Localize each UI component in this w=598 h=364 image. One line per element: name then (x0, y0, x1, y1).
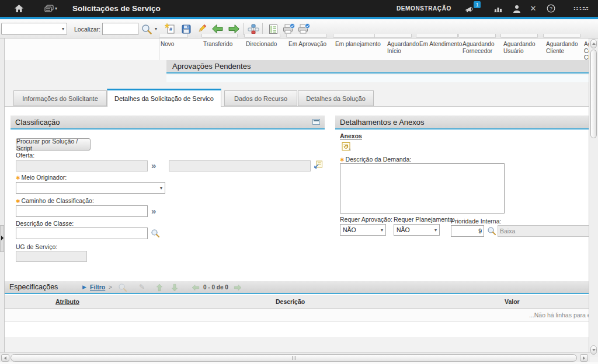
home-icon[interactable] (12, 0, 26, 17)
scrollbar-grip (292, 356, 293, 360)
attachments-icon[interactable] (341, 141, 352, 154)
oferta-description-field (169, 160, 311, 172)
next-page-icon (234, 284, 242, 293)
tab-dados-recurso[interactable]: Dados do Recurso (224, 90, 297, 106)
requer-aprovacao-label-text: Requer Aprovação: (340, 216, 392, 223)
meio-originador-label: ✱Meio Originador: (16, 174, 67, 181)
vertical-scrollbar[interactable] (589, 38, 598, 357)
status-chevron-stub (333, 34, 377, 38)
descricao-classe-label-text: Descrição de Classe: (16, 220, 74, 227)
requer-planejamento-select[interactable]: NÃO ▾ (394, 224, 440, 236)
expand-panel-icon[interactable] (1, 236, 4, 240)
prioridade-descricao-field: Baixa (498, 225, 589, 237)
close-icon[interactable]: ✕ (527, 0, 539, 17)
scroll-up-button[interactable] (590, 39, 597, 48)
detail-menu-chevron-icon[interactable]: » (151, 207, 156, 215)
scroll-down-button[interactable] (590, 345, 597, 355)
chevron-right-icon: > (109, 284, 112, 290)
caminho-label-text: Caminho de Classificação: (22, 197, 94, 204)
scroll-left-button[interactable] (1, 354, 9, 362)
close-glyph: ✕ (530, 4, 537, 13)
descricao-demanda-label-text: Descrição da Demanda: (346, 156, 412, 163)
especificacoes-table-header: Atributo Descrição Valor (5, 295, 589, 309)
descricao-classe-field[interactable] (16, 228, 148, 239)
tab-detalhes-solucao[interactable]: Detalhes da Solução (298, 90, 374, 106)
column-header-atributo[interactable]: Atributo (55, 298, 79, 305)
previous-page-icon (192, 284, 200, 293)
detalhamentos-section-header: Detalhamentos e Anexos (335, 116, 589, 130)
prioridade-interna-label-text: Prioridade Interna: (451, 218, 501, 225)
tab-label: Detalhes da Solicitação de Servico (114, 95, 214, 102)
announcements-icon[interactable]: 1 (463, 0, 476, 17)
chevron-down-icon: ▾ (381, 228, 383, 233)
prioridade-search-icon[interactable] (487, 226, 496, 238)
record-select[interactable]: ▾ (1, 23, 67, 35)
localizar-label: Localizar: (74, 26, 100, 33)
long-description-search-icon[interactable] (151, 229, 160, 240)
pending-approvals-title: Aprovações Pendentes (172, 62, 251, 71)
filter-expander-icon[interactable]: ▶ (82, 284, 86, 290)
status-label: Aguardando Usuário (503, 41, 541, 54)
go-to-applications-icon[interactable]: ▾ (42, 0, 60, 17)
tab-label: Detalhes da Solução (306, 95, 366, 102)
meio-originador-select[interactable]: ▾ (16, 182, 165, 194)
chevron-down-icon: ▾ (160, 186, 162, 191)
status-label: Novo (161, 41, 191, 48)
classificacao-title: Classificação (15, 118, 60, 127)
ug-servico-label: UG de Serviço: (16, 243, 57, 250)
vertical-scrollbar-thumb[interactable] (590, 50, 597, 138)
triangle-left-icon (4, 356, 6, 360)
scroll-right-button[interactable] (580, 354, 588, 362)
descricao-demanda-textarea[interactable] (340, 163, 505, 214)
pagination-label: 0 - 0 de 0 (203, 284, 228, 290)
main-content: Novo Transferido Direcionado Em Aprovaçã… (5, 38, 589, 352)
classificacao-section-header: Classificação (11, 116, 325, 130)
status-chevron-stub (500, 34, 538, 38)
status-chevron-stub (458, 34, 496, 38)
status-chevron-stub (374, 34, 412, 38)
procurar-solucao-button[interactable]: Procurar por Solução / Script (16, 138, 91, 150)
caminho-classificacao-field[interactable] (16, 205, 148, 217)
minimize-section-icon[interactable] (312, 119, 320, 125)
status-label: Em planejamento (335, 41, 385, 48)
tab-detalhes-solicitacao[interactable]: Detalhes da Solicitação de Servico (107, 89, 221, 107)
required-marker: ✱ (16, 175, 20, 181)
detalhamentos-title: Detalhamentos e Anexos (340, 118, 425, 127)
anexos-link[interactable]: Anexos (340, 132, 362, 139)
ug-servico-label-text: UG de Serviço: (16, 243, 57, 250)
procurar-solucao-label: Procurar por Solução / Script (16, 138, 90, 152)
horizontal-scrollbar[interactable] (0, 352, 590, 362)
column-header-valor: Valor (505, 298, 520, 305)
detail-menu-chevron-icon[interactable]: » (151, 162, 156, 170)
tab-informacoes-solicitante[interactable]: Informações do Solicitante (13, 90, 107, 106)
status-chevron-stub (159, 34, 188, 38)
oferta-label: Oferta: (16, 152, 34, 159)
empty-table-message: ...Não há linhas para exibir... (529, 312, 589, 318)
pending-approvals-header: Aprovações Pendentes (166, 60, 589, 74)
status-chevron-stub (543, 34, 580, 38)
filter-search-icon (118, 283, 127, 294)
requer-planejamento-value: NÃO (397, 226, 410, 233)
profile-icon[interactable] (511, 0, 523, 17)
select-value-icon[interactable] (313, 160, 323, 172)
oferta-field (16, 160, 148, 172)
oferta-label-text: Oferta: (16, 152, 34, 159)
edit-filter-icon: ✎ (139, 283, 145, 291)
page-title: Solicitações de Serviço (72, 4, 161, 13)
prioridade-interna-field[interactable] (451, 225, 484, 237)
notification-badge: 1 (474, 1, 481, 8)
reports-chart-icon[interactable] (492, 0, 504, 17)
required-marker: ✱ (16, 198, 20, 204)
status-label: Direcionado (246, 41, 287, 48)
triangle-up-icon (592, 43, 596, 45)
requer-aprovacao-select[interactable]: NÃO ▾ (340, 224, 386, 236)
especificacoes-title: Especificações (9, 283, 58, 291)
search-input[interactable] (102, 23, 138, 35)
pending-approvals-body (166, 75, 589, 82)
chevron-down-icon: ▾ (434, 228, 437, 233)
status-chevron-stub (201, 34, 238, 38)
help-icon[interactable]: ? (545, 0, 557, 17)
ibm-logo: IBM (573, 4, 589, 13)
filtro-link[interactable]: Filtro (90, 284, 105, 290)
horizontal-scrollbar-thumb[interactable] (11, 354, 577, 362)
